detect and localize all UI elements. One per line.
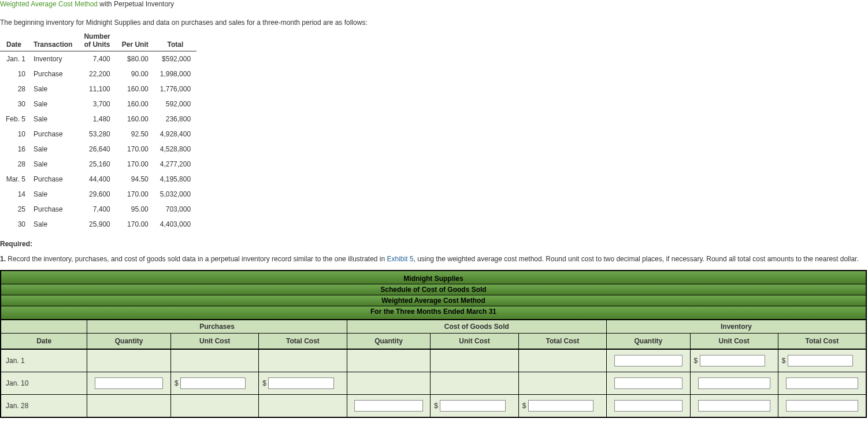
amount-input[interactable] [354,400,422,412]
amount-input[interactable] [788,355,853,366]
amount-input[interactable] [528,400,593,412]
amount-input[interactable] [95,377,163,389]
cell-units: 25,160 [78,157,116,172]
cell-units: 26,640 [78,142,116,157]
cell-date: Feb. 5 [0,112,28,127]
th-perunit: Per Unit [116,30,154,51]
sched-cell-empty [347,372,431,395]
cell-txn: Purchase [28,202,78,217]
transactions-table: Date Transaction Number Per Unit Total o… [0,30,196,232]
col-c-qty: Quantity [347,334,431,350]
amount-input[interactable] [786,377,858,389]
required-label: Required: [0,240,868,248]
cell-per: 170.00 [116,187,154,202]
cell-total: 4,403,000 [154,217,196,232]
cell-total: $592,000 [154,51,196,67]
cell-units: 53,280 [78,127,116,142]
table-row: 10Purchase53,28092.504,928,400 [0,127,196,142]
th-units-1: Number [78,30,116,40]
amount-input[interactable] [180,377,246,389]
table-row: 14Sale29,600170.005,032,000 [0,187,196,202]
sched-cell: $ [259,372,347,395]
cell-per: 95.00 [116,202,154,217]
cell-txn: Purchase [28,66,78,82]
cell-per: 170.00 [116,142,154,157]
dollar-sign: $ [262,379,268,387]
exhibit-link[interactable]: Exhibit 5 [387,255,414,263]
cell-date: Jan. 1 [0,51,28,67]
cell-total: 4,277,200 [154,157,196,172]
cell-units: 25,900 [78,217,116,232]
amount-input[interactable] [440,400,505,412]
cell-txn: Sale [28,217,78,232]
sched-cell [347,395,431,418]
schedule-row: Jan. 28$$ [1,395,866,418]
sched-cell-empty [259,395,347,418]
amount-input[interactable] [614,377,682,389]
th-transaction: Transaction [28,30,78,51]
cell-date: 16 [0,142,28,157]
cell-units: 29,600 [78,187,116,202]
cell-total: 4,195,800 [154,172,196,187]
sched-cell: $ [778,349,866,372]
table-row: 28Sale11,100160.001,776,000 [0,82,196,97]
question-after: , using the weighted average cost method… [414,255,859,263]
amount-input[interactable] [268,377,333,389]
cell-date: 28 [0,82,28,97]
th-date: Date [0,30,28,51]
th-units-2: of Units [78,40,116,51]
cell-per: 90.00 [116,66,154,82]
dollar-sign: $ [694,357,700,365]
cell-total: 4,528,800 [154,142,196,157]
cell-txn: Sale [28,97,78,112]
amount-input[interactable] [614,355,682,366]
sched-cell [690,372,778,395]
amount-input[interactable] [700,355,765,366]
intro-text: The beginning inventory for Midnight Sup… [0,18,868,27]
cell-date: 10 [0,127,28,142]
cell-units: 1,480 [78,112,116,127]
col-i-unit: Unit Cost [690,334,778,350]
cell-units: 44,400 [78,172,116,187]
table-row: Feb. 5Sale1,480160.00236,800 [0,112,196,127]
sched-cell [778,395,866,418]
amount-input[interactable] [698,377,770,389]
sched-cell-empty [87,349,171,372]
cell-txn: Inventory [28,51,78,67]
cell-total: 4,928,400 [154,127,196,142]
sched-cell: $ [170,372,258,395]
amount-input[interactable] [698,400,770,412]
sched-title-3: Weighted Average Cost Method [1,295,866,306]
sched-cell [607,349,691,372]
cell-txn: Sale [28,187,78,202]
dollar-sign: $ [434,402,440,410]
cell-units: 7,400 [78,51,116,67]
table-row: 10Purchase22,20090.001,998,000 [0,66,196,82]
sched-title-4: For the Three Months Ended March 31 [1,306,866,320]
amount-input[interactable] [786,400,858,412]
cell-total: 592,000 [154,97,196,112]
cell-txn: Sale [28,157,78,172]
cell-total: 5,032,000 [154,187,196,202]
sched-cell-empty [87,395,171,418]
sched-cell-empty [347,349,431,372]
dollar-sign: $ [522,402,528,410]
col-date: Date [1,334,87,350]
amount-input[interactable] [614,400,682,412]
cell-total: 1,776,000 [154,82,196,97]
th-total: Total [154,30,196,51]
table-row: 16Sale26,640170.004,528,800 [0,142,196,157]
sched-cell [690,395,778,418]
sched-cell-empty [259,349,347,372]
group-inventory: Inventory [607,320,866,334]
sched-cell: $ [690,349,778,372]
cell-date: 25 [0,202,28,217]
cell-per: 160.00 [116,97,154,112]
sched-date: Jan. 28 [1,395,87,418]
cell-per: $80.00 [116,51,154,67]
cell-txn: Sale [28,142,78,157]
sched-cell [607,372,691,395]
title-link[interactable]: Weighted Average Cost Method [0,0,98,8]
question-num: 1. [0,255,6,263]
cell-txn: Sale [28,112,78,127]
